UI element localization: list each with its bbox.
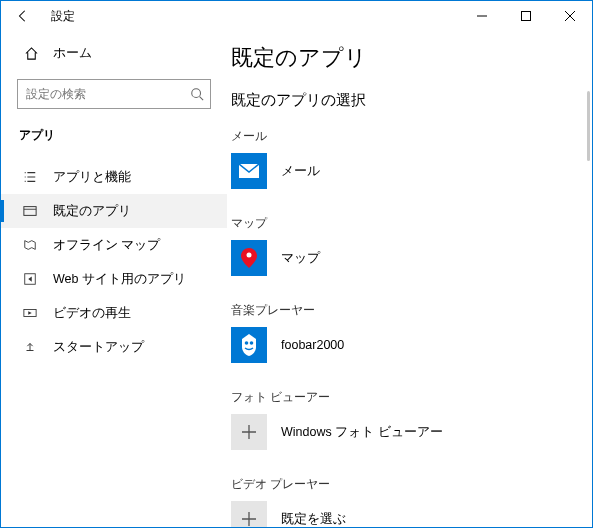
list-icon: [21, 170, 39, 184]
nav-startup[interactable]: スタートアップ: [1, 330, 227, 364]
nav-label: 既定のアプリ: [39, 203, 131, 220]
website-icon: [21, 272, 39, 286]
foobar-app-icon: [231, 327, 267, 363]
svg-rect-4: [24, 207, 36, 216]
maps-app-icon: [231, 240, 267, 276]
category-label: マップ: [231, 215, 578, 232]
nav-video-playback[interactable]: ビデオの再生: [1, 296, 227, 330]
search-icon: [184, 87, 210, 101]
nav-apps-features[interactable]: アプリと機能: [1, 160, 227, 194]
titlebar: 設定: [1, 1, 592, 31]
category-label: 音楽プレーヤー: [231, 302, 578, 319]
home-icon: [21, 46, 41, 61]
home-label: ホーム: [41, 44, 92, 62]
category-label: フォト ビューアー: [231, 389, 578, 406]
default-app-video[interactable]: 既定を選ぶ: [231, 501, 578, 527]
svg-point-8: [247, 253, 252, 258]
startup-icon: [21, 340, 39, 354]
default-app-mail[interactable]: メール: [231, 153, 578, 189]
search-box[interactable]: [17, 79, 211, 109]
search-input[interactable]: [18, 87, 184, 101]
svg-point-2: [192, 89, 201, 98]
app-label: 既定を選ぶ: [281, 511, 346, 528]
default-app-music[interactable]: foobar2000: [231, 327, 578, 363]
nav-label: ビデオの再生: [39, 305, 131, 322]
app-label: Windows フォト ビューアー: [281, 424, 443, 441]
category-label: メール: [231, 128, 578, 145]
app-label: マップ: [281, 250, 320, 267]
app-label: メール: [281, 163, 320, 180]
defaults-icon: [21, 204, 39, 218]
home-link[interactable]: ホーム: [1, 35, 227, 71]
back-button[interactable]: [9, 9, 37, 23]
default-app-maps[interactable]: マップ: [231, 240, 578, 276]
nav-default-apps[interactable]: 既定のアプリ: [1, 194, 227, 228]
nav-website-apps[interactable]: Web サイト用のアプリ: [1, 262, 227, 296]
window-title: 設定: [37, 8, 75, 25]
svg-line-3: [200, 97, 204, 101]
svg-rect-1: [522, 12, 531, 21]
default-app-photo[interactable]: Windows フォト ビューアー: [231, 414, 578, 450]
svg-point-9: [245, 341, 249, 345]
nav-label: スタートアップ: [39, 339, 144, 356]
sidebar: ホーム アプリ アプリと機能: [1, 31, 227, 527]
nav-label: Web サイト用のアプリ: [39, 271, 186, 288]
scrollbar[interactable]: [587, 91, 590, 161]
mail-app-icon: [231, 153, 267, 189]
nav-label: オフライン マップ: [39, 237, 160, 254]
app-label: foobar2000: [281, 338, 344, 352]
page-heading: 既定のアプリ: [231, 43, 578, 73]
category-label: ビデオ プレーヤー: [231, 476, 578, 493]
video-icon: [21, 306, 39, 320]
close-button[interactable]: [548, 1, 592, 31]
plus-icon: [231, 501, 267, 527]
page-subheading: 既定のアプリの選択: [231, 91, 578, 110]
nav-label: アプリと機能: [39, 169, 131, 186]
map-icon: [21, 238, 39, 252]
plus-icon: [231, 414, 267, 450]
svg-point-10: [250, 341, 254, 345]
main-panel: 既定のアプリ 既定のアプリの選択 メール メール マップ マップ 音楽プレーヤ: [227, 31, 592, 527]
maximize-button[interactable]: [504, 1, 548, 31]
minimize-button[interactable]: [460, 1, 504, 31]
section-label: アプリ: [1, 109, 227, 150]
nav-offline-maps[interactable]: オフライン マップ: [1, 228, 227, 262]
